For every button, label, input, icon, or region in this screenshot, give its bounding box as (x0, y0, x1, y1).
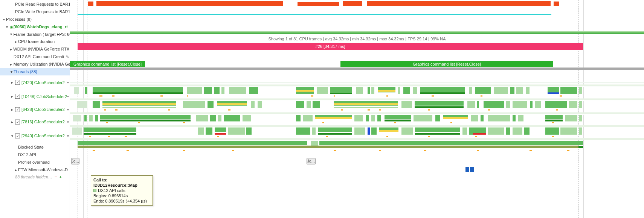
dropdown-icon[interactable]: ▾ (67, 107, 69, 112)
row-proc-6056[interactable]: ▾◉[6056] WatchDogs_clang_rt (0, 23, 70, 31)
lane-thread-6428[interactable] (70, 112, 644, 124)
lane-bar1-write[interactable] (70, 11, 644, 15)
dx12-event[interactable] (465, 167, 469, 172)
lane-dx12-api-row[interactable] (70, 167, 644, 173)
chevron-right-icon: ▸ (9, 62, 14, 66)
checkbox-icon[interactable]: ✓ (15, 94, 20, 99)
chip (93, 150, 95, 151)
cmd-list-right[interactable]: Graphics command list [Reset,Close] (340, 61, 553, 67)
show-thread-button[interactable]: + (60, 175, 62, 179)
row-thread-2940[interactable]: ▾✓[2940] CJobScheduler2▾ (0, 128, 70, 143)
dx12-event[interactable] (470, 167, 474, 172)
row-bar1-read[interactable]: PCIe Read Requests to BAR1 (0, 0, 70, 8)
segment (473, 133, 486, 135)
blocked-job-box[interactable]: Jo… (71, 158, 79, 164)
segment (318, 133, 352, 135)
hide-thread-button[interactable]: − (55, 175, 57, 179)
dropdown-icon[interactable]: ▾ (67, 94, 69, 98)
segment (74, 87, 79, 94)
lane-thread-7816[interactable] (70, 125, 644, 137)
segment (415, 106, 464, 108)
lane-processes[interactable] (70, 23, 644, 34)
tooltip-category: DX12 API calls (98, 188, 125, 193)
row-thread-6428[interactable]: ▸✓[6428] CJobScheduler2▾ (0, 103, 70, 115)
lane-cpu-frame[interactable]: #26 [34.317 ms] (70, 43, 644, 50)
grey-band (70, 68, 644, 70)
segment (414, 115, 432, 121)
checkbox-icon[interactable]: ✓ (15, 80, 20, 85)
label-cpu-frame-duration: CPU frame duration (18, 39, 55, 44)
checkbox-icon[interactable]: ✓ (15, 107, 20, 112)
lane-frame-info: Showing 1 of 81 CPU frames | avg 34.32ms… (70, 37, 644, 43)
chip (106, 122, 108, 123)
row-thread-7816[interactable]: ▸✓[7816] CJobScheduler2▾ (0, 115, 70, 128)
chip (104, 109, 106, 111)
threads-header-strip (70, 82, 644, 83)
row-blocked-state[interactable]: Blocked State (0, 143, 70, 151)
row-cpu-frame-duration[interactable]: ▸CPU frame duration (0, 38, 70, 45)
cpu-frame-bar[interactable]: #26 [34.317 ms] (78, 43, 583, 50)
tree-panel: PCIe Read Requests to BAR1 PCIe Write Re… (0, 0, 70, 218)
chip (322, 122, 324, 123)
segment (462, 127, 467, 135)
row-etw[interactable]: ▸ETW Microsoft-Windows-D (0, 166, 70, 173)
row-wddm[interactable]: ▸WDDM (NVIDIA GeForce RTX 3 (0, 45, 70, 53)
segments (70, 87, 644, 94)
lane-thread-2940[interactable] (70, 138, 644, 155)
dropdown-icon[interactable]: ▾ (67, 120, 69, 124)
segment (385, 120, 411, 121)
segment (548, 87, 559, 92)
lane-dx12-cmd-creation[interactable]: Graphics command list [Reset,Close] Grap… (70, 61, 644, 67)
segment (70, 32, 644, 34)
lane-bar1-read[interactable] (70, 1, 644, 7)
segment (506, 101, 510, 108)
segment (560, 127, 577, 135)
segment (95, 115, 98, 121)
row-threads[interactable]: ▾Threads (88) (0, 68, 70, 75)
segment (481, 115, 484, 121)
chip (379, 109, 381, 111)
blocked-job-box[interactable]: Jo… (307, 158, 316, 164)
segment (313, 101, 320, 108)
row-processes[interactable]: ▾Processes (8) (0, 15, 70, 23)
row-dx12-api-cc[interactable]: DX12 API Command Creati✎ (0, 53, 70, 60)
segment (488, 127, 504, 135)
row-mem-util[interactable]: ▸Memory Utilization (NVIDIA Ge (0, 60, 70, 68)
segment (296, 101, 304, 108)
profiler-root: PCIe Read Requests to BAR1 PCIe Write Re… (0, 0, 644, 218)
segment (296, 90, 314, 92)
cmd-list-left[interactable]: Graphics command list [Reset,Close] (70, 61, 145, 67)
event-tooltip: Call to: ID3D12Resource::Map DX12 API ca… (91, 175, 153, 206)
edit-icon[interactable]: ✎ (66, 55, 69, 59)
segment (72, 127, 82, 135)
lane-blocked-state[interactable]: Jo… Jo… (70, 158, 644, 166)
segment (494, 87, 508, 94)
row-frame-duration[interactable]: ▾Frame duration (Target FPS: 60 (0, 31, 70, 38)
segment (467, 101, 475, 108)
label-thread-6428: [6428] CJobScheduler2 (21, 107, 65, 112)
row-bar1-write[interactable]: PCIe Write Requests to BAR1 (0, 8, 70, 15)
row-thread-10448[interactable]: ▸✓[10448] CJobScheduler2▾ (0, 89, 70, 103)
segment (415, 133, 460, 135)
chevron-right-icon: ▸ (10, 120, 14, 124)
checkbox-icon[interactable]: ✓ (15, 120, 20, 124)
lane-thread-7420[interactable] (70, 84, 644, 97)
olive-band (78, 146, 578, 148)
chevron-right-icon: ▸ (14, 40, 18, 44)
segment (198, 127, 204, 135)
segment (513, 115, 516, 121)
segment (510, 87, 514, 94)
row-thread-7420[interactable]: ▸✓[7420] CJobScheduler2▾ (0, 75, 70, 89)
dropdown-icon[interactable]: ▾ (67, 134, 69, 138)
chip (424, 150, 426, 151)
segments (70, 101, 644, 108)
timeline-panel[interactable]: Showing 1 of 81 CPU frames | avg 34.32ms… (70, 0, 644, 218)
dropdown-icon[interactable]: ▾ (67, 80, 69, 84)
lane-thread-10448[interactable] (70, 98, 644, 111)
jo-label: Jo… (307, 159, 315, 163)
segment (475, 87, 491, 94)
segment (187, 87, 202, 94)
row-dx12-api[interactable]: DX12 API (0, 151, 70, 158)
checkbox-icon[interactable]: ✓ (15, 134, 20, 138)
row-profiler-overhead[interactable]: Profiler overhead (0, 158, 70, 166)
